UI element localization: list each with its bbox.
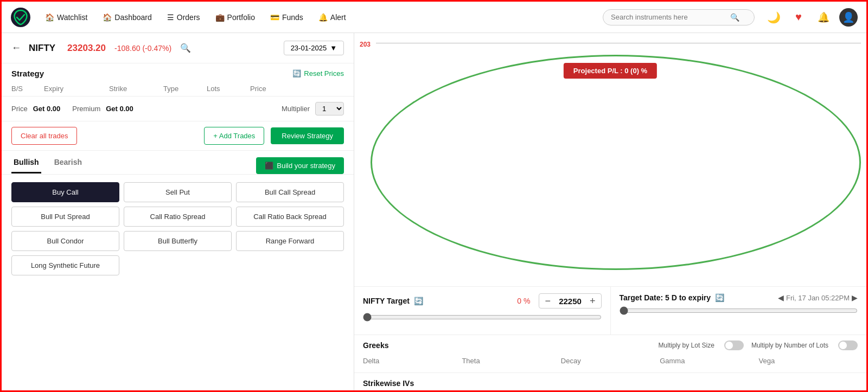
notification-btn[interactable]: 🔔 [814,8,833,27]
greeks-title: Greeks [363,341,388,350]
greeks-cols: Delta Theta Decay Gamma Vega [363,355,858,367]
tab-bearish[interactable]: Bearish [52,158,84,173]
instrument-price: 23203.20 [67,43,106,54]
review-strategy-button[interactable]: Review Strategy [271,127,344,144]
strat-call-ratio-back-spread[interactable]: Call Ratio Back Spread [236,207,344,227]
search-bar[interactable]: 🔍 [603,9,755,25]
nifty-target-slider[interactable] [363,313,602,322]
table-header: B/S Expiry Strike Type Lots Price [2,81,354,97]
date-display-value: Fri, 17 Jan 05:22PM [786,294,850,302]
price-label: Price [11,105,28,113]
strat-long-synthetic-future[interactable]: Long Synthetic Future [11,255,119,275]
nifty-target-label: NIFTY Target [363,297,410,305]
chart-label-203: 203 [360,41,371,48]
toggle-num-lots-label: Multiply by Number of Lots [751,342,828,349]
layers-icon: ⬛ [265,162,273,170]
strikewise-title: Strikewise IVs [363,379,414,388]
nifty-target-pct: 0 % [517,297,530,305]
nifty-target-decrement[interactable]: − [545,296,551,306]
strat-bull-condor[interactable]: Bull Condor [11,231,119,251]
build-strategy-button[interactable]: ⬛ Build your strategy [256,157,344,174]
price-row: Price Get 0.00 Premium Get 0.00 Multipli… [2,97,354,121]
strat-bull-butterfly[interactable]: Bull Butterfly [124,231,232,251]
reset-prices-button[interactable]: 🔄 Reset Prices [292,69,344,78]
home-icon-dashboard: 🏠 [103,13,112,22]
strat-call-ratio-spread[interactable]: Call Ratio Spread [124,207,232,227]
nifty-target-increment[interactable]: + [590,296,596,306]
strategy-tabs: Bullish Bearish ⬛ Build your strategy [2,151,354,175]
date-value: 23-01-2025 [291,44,327,52]
nav-icons: 🌙 ♥ 🔔 👤 [764,8,858,27]
col-expiry: Expiry [44,85,109,93]
nav-alert[interactable]: 🔔 Alert [312,10,353,25]
strikewise-section: Strikewise IVs [354,373,866,392]
greek-theta: Theta [462,355,560,367]
main-layout: ← NIFTY 23203.20 -108.60 (-0.47%) 🔍 23-0… [2,33,866,392]
strat-sell-put[interactable]: Sell Put [124,182,232,202]
col-price: Price [250,85,293,93]
nav-watchlist[interactable]: 🏠 Watchlist [39,10,94,25]
chevron-down-icon: ▼ [330,44,337,52]
topnav: 🏠 Watchlist 🏠 Dashboard ☰ Orders 💼 Portf… [2,2,866,33]
strategy-grid: Buy Call Sell Put Bull Call Spread Bull … [2,175,354,283]
instrument-header: ← NIFTY 23203.20 -108.60 (-0.47%) 🔍 23-0… [2,33,354,63]
search-input[interactable] [611,13,730,21]
tab-bullish[interactable]: Bullish [11,158,41,173]
greek-decay: Decay [561,355,660,367]
search-icon: 🔍 [730,13,739,22]
briefcase-icon: 💼 [215,13,225,22]
greek-delta: Delta [363,355,462,367]
chart-area: 203 Projected P/L : 0 (0) % [354,33,866,286]
clear-all-trades-button[interactable]: Clear all trades [11,127,77,145]
target-date-top: Target Date: 5 D to expiry 🔄 ◀ Fri, 17 J… [620,293,858,302]
projected-pl-badge: Projected P/L : 0 (0) % [564,63,657,79]
multiplier-select[interactable]: 12510 [315,102,344,115]
target-date-label: Target Date: 5 D to expiry [620,293,711,302]
nifty-target-refresh-icon[interactable]: 🔄 [414,297,423,305]
target-date-refresh-icon[interactable]: 🔄 [715,293,724,302]
strategy-title: Strategy [11,69,44,78]
price-value: Get 0.00 [33,105,61,113]
strat-range-forward[interactable]: Range Forward [236,231,344,251]
col-lots: Lots [207,85,250,93]
strat-bull-put-spread[interactable]: Bull Put Spread [11,207,119,227]
logo[interactable] [10,7,31,28]
toggle-lot-size-label: Multiply by Lot Size [659,342,714,349]
nav-orders[interactable]: ☰ Orders [161,10,207,25]
col-bs: B/S [11,85,44,93]
nav-watchlist-label: Watchlist [57,13,87,22]
nifty-target-block: NIFTY Target 🔄 0 % − 22250 + [354,287,611,335]
green-ellipse-overlay [371,55,861,270]
back-arrow[interactable]: ← [11,42,21,54]
date-right-arrow[interactable]: ▶ [852,293,858,302]
nifty-target-ctrl: − 22250 + [539,293,601,309]
strat-bull-call-spread[interactable]: Bull Call Spread [236,182,344,202]
multiplier-label: Multiplier [282,105,310,113]
strategy-header: Strategy 🔄 Reset Prices [2,63,354,81]
nav-funds-label: Funds [282,13,303,22]
left-panel: ← NIFTY 23203.20 -108.60 (-0.47%) 🔍 23-0… [2,33,354,392]
theme-toggle-btn[interactable]: 🌙 [764,8,783,27]
nav-dashboard[interactable]: 🏠 Dashboard [96,10,158,25]
heartbeat-icon-btn[interactable]: ♥ [789,8,808,27]
add-trades-button[interactable]: + Add Trades [204,127,264,145]
greeks-section: Greeks Multiply by Lot Size Multiply by … [354,335,866,373]
toggle-lot-size[interactable] [724,340,744,350]
date-selector[interactable]: 23-01-2025 ▼ [284,41,344,55]
nav-portfolio[interactable]: 💼 Portfolio [209,10,261,25]
instrument-search-icon[interactable]: 🔍 [180,43,191,53]
instrument-name: NIFTY [29,43,55,54]
target-row: NIFTY Target 🔄 0 % − 22250 + Target Date… [354,286,866,335]
nav-portfolio-label: Portfolio [227,13,255,22]
target-date-slider[interactable] [620,306,858,315]
strat-buy-call[interactable]: Buy Call [11,182,119,202]
avatar-btn[interactable]: 👤 [839,8,858,27]
premium-label: Premium [72,105,100,113]
nav-alert-label: Alert [330,13,346,22]
date-left-arrow[interactable]: ◀ [778,293,784,302]
refresh-icon: 🔄 [292,69,301,78]
right-panel: 203 Projected P/L : 0 (0) % NIFTY Target… [354,33,866,392]
nifty-target-top: NIFTY Target 🔄 0 % − 22250 + [363,293,602,309]
toggle-num-lots[interactable] [838,340,858,350]
nav-funds[interactable]: 💳 Funds [264,10,310,25]
